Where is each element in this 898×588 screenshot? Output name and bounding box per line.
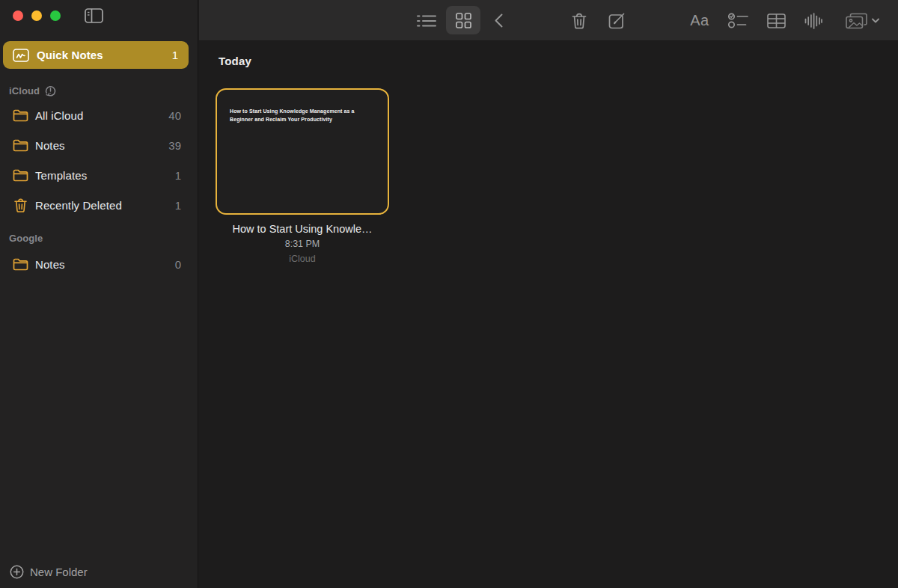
sync-alert-icon[interactable] [44,85,57,97]
toggle-sidebar-icon[interactable] [85,7,103,24]
note-title: How to Start Using Knowle… [201,223,404,235]
folder-icon [11,139,29,152]
sidebar-google-items: Notes 0 [0,249,198,279]
trash-icon [572,13,587,29]
zoom-window-button[interactable] [50,10,61,21]
sidebar-item-label: All iCloud [35,109,168,122]
minimize-window-button[interactable] [31,10,42,21]
back-chevron-icon [495,13,503,28]
note-time: 8:31 PM [201,239,404,249]
sidebar-item-count: 39 [168,139,181,152]
table-button[interactable] [766,0,786,41]
audio-waveform-icon [804,13,822,29]
sidebar-item-label: Recently Deleted [35,199,175,212]
section-title: Google [9,233,43,244]
checklist-icon [728,13,748,28]
folder-icon [11,169,29,182]
format-text-label: Aa [690,12,709,29]
plus-circle-icon [10,565,24,579]
folder-icon [11,109,29,122]
date-group-title: Today [219,55,251,67]
delete-note-button[interactable] [570,0,588,41]
sidebar-item-notes[interactable]: Notes 39 [0,130,198,160]
sidebar-item-recently-deleted[interactable]: Recently Deleted 1 [0,190,198,220]
list-view-button[interactable] [416,0,437,41]
sidebar-item-count: 40 [168,109,181,122]
compose-note-button[interactable] [607,0,626,41]
close-window-button[interactable] [13,10,23,21]
sidebar-item-label: Notes [35,139,168,152]
sidebar-item-count: 1 [175,199,181,212]
compose-icon [608,13,626,29]
quick-note-icon [13,49,29,62]
media-icon [846,13,867,29]
note-account: iCloud [201,254,404,264]
sidebar: Quick Notes 1 iCloud All iCloud 40 [0,0,198,588]
list-view-icon [417,13,436,28]
sidebar-item-label: Quick Notes [37,49,172,61]
audio-button[interactable] [804,0,823,41]
gallery-view-button[interactable] [446,6,480,34]
sidebar-icloud-items: All iCloud 40 Notes 39 Templates 1 [0,100,198,220]
back-button[interactable] [491,0,506,41]
sidebar-item-count: 0 [175,258,181,271]
note-caption[interactable]: How to Start Using Knowle… 8:31 PM iClou… [201,223,404,264]
sidebar-item-quick-notes[interactable]: Quick Notes 1 [3,41,189,69]
sidebar-section-google: Google [0,233,198,244]
sidebar-item-label: Notes [35,258,175,271]
table-icon [767,13,786,28]
note-thumbnail[interactable]: How to Start Using Knowledge Management … [216,88,389,215]
new-folder-label: New Folder [30,566,88,578]
toolbar: Aa [199,0,898,41]
format-button[interactable]: Aa [687,0,712,41]
section-title: iCloud [9,85,40,97]
sidebar-section-icloud: iCloud [0,85,198,97]
sidebar-item-google-notes[interactable]: Notes 0 [0,249,198,279]
sidebar-item-templates[interactable]: Templates 1 [0,160,198,190]
chevron-down-icon [872,18,879,23]
notes-gallery: Today How to Start Using Knowledge Manag… [199,42,898,588]
gallery-view-icon [456,13,471,28]
sidebar-item-all-icloud[interactable]: All iCloud 40 [0,100,198,130]
sidebar-item-count: 1 [175,169,181,182]
window-controls [13,10,61,21]
sidebar-item-count: 1 [172,49,178,61]
folder-icon [11,258,29,271]
sidebar-item-label: Templates [35,169,175,182]
media-button[interactable] [843,0,882,41]
new-folder-button[interactable]: New Folder [10,560,88,583]
note-thumbnail-title: How to Start Using Knowledge Management … [230,107,372,123]
trash-icon [11,198,29,212]
checklist-button[interactable] [727,0,749,41]
